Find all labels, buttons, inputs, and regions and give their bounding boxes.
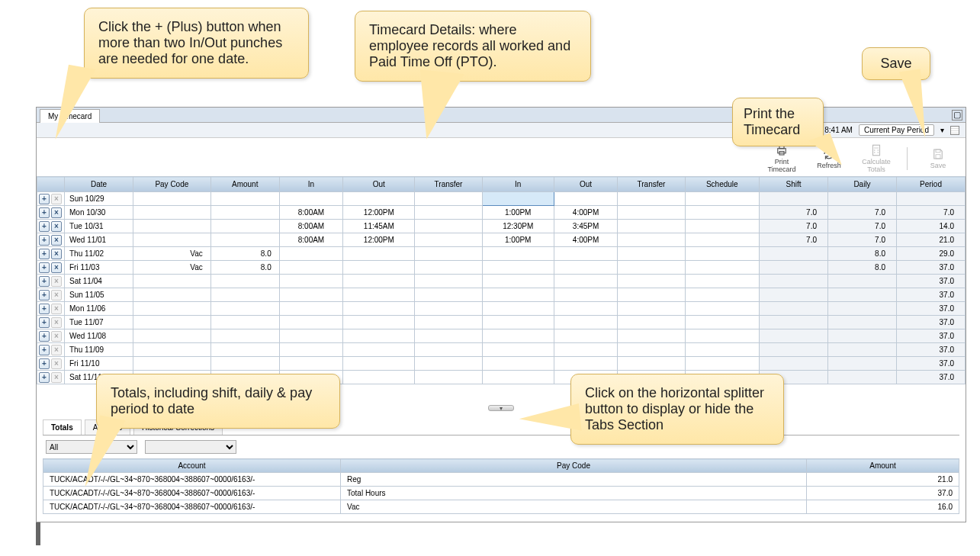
- transfer2-cell[interactable]: [618, 316, 685, 329]
- paycode-cell[interactable]: [133, 192, 211, 206]
- out1-cell[interactable]: [343, 247, 415, 261]
- shift-cell[interactable]: [760, 247, 828, 261]
- col-header-out[interactable]: Out: [343, 177, 415, 192]
- table-row[interactable]: +×Tue 10/318:00AM11:45AM12:30PM3:45PM7.0…: [37, 220, 966, 233]
- in2-cell[interactable]: [482, 302, 554, 316]
- add-row-button[interactable]: +: [39, 345, 50, 355]
- in2-cell[interactable]: 1:00PM: [482, 206, 554, 220]
- out1-cell[interactable]: [343, 302, 415, 316]
- shift-cell[interactable]: 7.0: [760, 220, 828, 233]
- daily-cell[interactable]: [828, 275, 897, 288]
- in2-cell[interactable]: [482, 329, 554, 343]
- date-cell[interactable]: Thu 11/09: [65, 343, 133, 357]
- col-header-out[interactable]: Out: [554, 177, 618, 192]
- paycode-cell[interactable]: Vac: [133, 247, 211, 261]
- in2-cell[interactable]: [482, 371, 554, 384]
- shift-cell[interactable]: [760, 302, 828, 316]
- col-header-period[interactable]: Period: [897, 177, 966, 192]
- in1-cell[interactable]: 8:00AM: [279, 206, 343, 220]
- daily-cell[interactable]: [828, 357, 897, 371]
- transfer1-cell[interactable]: [415, 247, 482, 261]
- table-row[interactable]: +×Wed 11/018:00AM12:00PM1:00PM4:00PM7.07…: [37, 233, 966, 247]
- date-cell[interactable]: Tue 11/07: [65, 316, 133, 329]
- amount-cell[interactable]: [210, 192, 279, 206]
- out2-cell[interactable]: [554, 247, 618, 261]
- daily-cell[interactable]: [828, 288, 897, 302]
- in1-cell[interactable]: [279, 329, 343, 343]
- col-header-date[interactable]: Date: [65, 177, 133, 192]
- period-cell[interactable]: 7.0: [897, 206, 966, 220]
- amount-cell[interactable]: [210, 343, 279, 357]
- period-cell[interactable]: 37.0: [897, 288, 966, 302]
- table-row[interactable]: +×Thu 11/0937.0: [37, 343, 966, 357]
- in1-cell[interactable]: [279, 343, 343, 357]
- in2-cell[interactable]: 1:00PM: [482, 233, 554, 247]
- date-cell[interactable]: Thu 11/02: [65, 247, 133, 261]
- in1-cell[interactable]: [279, 261, 343, 275]
- col-header-schedule[interactable]: Schedule: [685, 177, 759, 192]
- transfer1-cell[interactable]: [415, 206, 482, 220]
- delete-row-button[interactable]: ×: [51, 235, 62, 246]
- in2-cell[interactable]: [482, 357, 554, 371]
- totals-row[interactable]: TUCK/ACADT/-/-/GL~34~870~368004~388607~0…: [43, 473, 959, 487]
- table-row[interactable]: +×Sat 11/0437.0: [37, 275, 966, 288]
- date-cell[interactable]: Fri 11/10: [65, 357, 133, 371]
- shift-cell[interactable]: 7.0: [760, 233, 828, 247]
- schedule-cell[interactable]: [685, 220, 759, 233]
- transfer1-cell[interactable]: [415, 343, 482, 357]
- table-row[interactable]: +×Fri 11/1037.0: [37, 357, 966, 371]
- daily-cell[interactable]: 7.0: [828, 206, 897, 220]
- totals-col-paycode[interactable]: Pay Code: [341, 459, 807, 473]
- amount-cell[interactable]: [210, 233, 279, 247]
- amount-cell[interactable]: [210, 275, 279, 288]
- in1-cell[interactable]: [279, 192, 343, 206]
- transfer2-cell[interactable]: [618, 233, 685, 247]
- schedule-cell[interactable]: [685, 192, 759, 206]
- transfer1-cell[interactable]: [415, 316, 482, 329]
- delete-row-button[interactable]: ×: [51, 207, 62, 218]
- out2-cell[interactable]: [554, 288, 618, 302]
- in2-cell[interactable]: [482, 192, 554, 206]
- date-cell[interactable]: Tue 10/31: [65, 220, 133, 233]
- table-row[interactable]: +×Mon 11/0637.0: [37, 302, 966, 316]
- shift-cell[interactable]: [760, 343, 828, 357]
- paycode-cell[interactable]: [133, 288, 211, 302]
- add-row-button[interactable]: +: [39, 304, 50, 314]
- out1-cell[interactable]: 12:00PM: [343, 206, 415, 220]
- schedule-cell[interactable]: [685, 329, 759, 343]
- paycode-cell[interactable]: [133, 220, 211, 233]
- period-cell[interactable]: 37.0: [897, 329, 966, 343]
- out1-cell[interactable]: [343, 261, 415, 275]
- period-cell[interactable]: 29.0: [897, 247, 966, 261]
- out1-cell[interactable]: [343, 357, 415, 371]
- in1-cell[interactable]: [279, 275, 343, 288]
- shift-cell[interactable]: [760, 288, 828, 302]
- paycode-cell[interactable]: [133, 357, 211, 371]
- schedule-cell[interactable]: [685, 233, 759, 247]
- add-row-button[interactable]: +: [39, 358, 50, 369]
- out2-cell[interactable]: [554, 357, 618, 371]
- daily-cell[interactable]: 7.0: [828, 233, 897, 247]
- paycode-cell[interactable]: [133, 302, 211, 316]
- out1-cell[interactable]: [343, 329, 415, 343]
- out1-cell[interactable]: 12:00PM: [343, 233, 415, 247]
- transfer2-cell[interactable]: [618, 343, 685, 357]
- add-row-button[interactable]: +: [39, 221, 50, 232]
- transfer1-cell[interactable]: [415, 357, 482, 371]
- period-cell[interactable]: 37.0: [897, 302, 966, 316]
- paycode-cell[interactable]: [133, 275, 211, 288]
- in1-cell[interactable]: [279, 247, 343, 261]
- amount-cell[interactable]: [210, 316, 279, 329]
- transfer2-cell[interactable]: [618, 357, 685, 371]
- amount-cell[interactable]: [210, 302, 279, 316]
- paycode-cell[interactable]: [133, 329, 211, 343]
- transfer2-cell[interactable]: [618, 288, 685, 302]
- add-row-button[interactable]: +: [39, 331, 50, 342]
- schedule-cell[interactable]: [685, 261, 759, 275]
- in1-cell[interactable]: [279, 316, 343, 329]
- col-header-actions[interactable]: [37, 177, 65, 192]
- col-header-in[interactable]: In: [482, 177, 554, 192]
- daily-cell[interactable]: [828, 343, 897, 357]
- table-row[interactable]: +×Mon 10/308:00AM12:00PM1:00PM4:00PM7.07…: [37, 206, 966, 220]
- in2-cell[interactable]: [482, 288, 554, 302]
